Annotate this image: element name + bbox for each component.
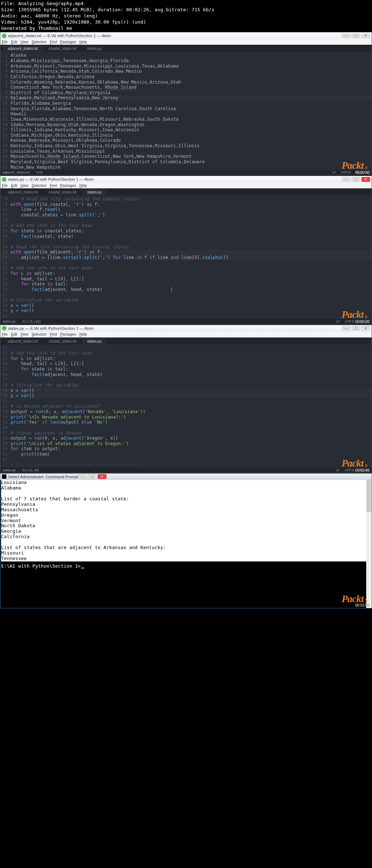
- minimize-button[interactable]: —: [342, 326, 351, 331]
- editor-line[interactable]: 12Hawaii: [0, 111, 372, 117]
- titlebar[interactable]: states.py — E:\AI with Python\Section 1 …: [0, 325, 372, 332]
- menu-find[interactable]: Find: [50, 184, 57, 188]
- editor-line[interactable]: 1Alaska: [0, 53, 372, 58]
- editor-line[interactable]: 28# Initialize the variables: [0, 297, 372, 303]
- editor-line[interactable]: 22# Add the info to the fact base: [0, 265, 372, 271]
- tab-coastal-states-txt[interactable]: coastal_states.txt: [43, 45, 82, 52]
- editor-line[interactable]: 16Indiana,Michigan,Ohio,Kentucky,Illinoi…: [0, 133, 372, 138]
- editor-line[interactable]: 40for item in output:: [0, 446, 372, 452]
- editor-line[interactable]: 14# Add the info to the fact base: [0, 223, 372, 228]
- titlebar[interactable]: states.py — E:\AI with Python\Section 1 …: [0, 176, 372, 183]
- editor-line[interactable]: 12 coastal_states = line.split(','): [0, 212, 372, 218]
- editor-line[interactable]: 2Alabama,Mississippi,Tennessee,Georgia,F…: [0, 58, 372, 64]
- tab-adjacent-states-txt[interactable]: adjacent_states.txt: [3, 45, 43, 52]
- menu-find[interactable]: Find: [50, 40, 57, 44]
- editor-line[interactable]: 23for L in adjlist:: [0, 271, 372, 276]
- close-button[interactable]: ✕: [361, 177, 370, 182]
- editor-line[interactable]: 33output = run(0, x, adjacent('Nevada', …: [0, 409, 372, 415]
- close-button[interactable]: ✕: [98, 474, 106, 479]
- editor-line[interactable]: 16 fact(coastal, state): [0, 234, 372, 239]
- menu-view[interactable]: View: [20, 184, 28, 188]
- menu-file[interactable]: File: [2, 40, 8, 44]
- editor-line[interactable]: 37# States adjacent to Oregon: [0, 431, 372, 436]
- menu-help[interactable]: Help: [79, 184, 87, 188]
- tab-coastal-states-txt[interactable]: coastal_states.txt: [43, 189, 82, 195]
- menu-edit[interactable]: Edit: [11, 332, 17, 336]
- editor-line[interactable]: 38output = run(0, x, adjacent('Oregon', …: [0, 436, 372, 441]
- editor-line[interactable]: 20 adjlist = [line.strip().split(',') fo…: [0, 255, 372, 260]
- editor-line[interactable]: 27: [0, 292, 372, 297]
- maximize-button[interactable]: ▢: [352, 33, 360, 38]
- minimize-button[interactable]: —: [342, 177, 351, 182]
- editor-line[interactable]: 21: [0, 260, 372, 266]
- editor-line[interactable]: 11Georgia,Florida,Alabama,Tennessee,Nort…: [0, 106, 372, 112]
- menu-packages[interactable]: Packages: [60, 184, 76, 188]
- menu-packages[interactable]: Packages: [60, 332, 76, 336]
- scrollbar[interactable]: [366, 480, 372, 608]
- editor-line[interactable]: 36: [0, 425, 372, 431]
- menu-selection[interactable]: Selection: [32, 40, 46, 44]
- editor-line[interactable]: 21Maryland,Virginia,West Virginia,Pennsy…: [0, 159, 372, 165]
- editor-line[interactable]: 10with open(file_coastal, 'r') as f:: [0, 202, 372, 207]
- menu-view[interactable]: View: [20, 40, 28, 44]
- editor-line[interactable]: 29x = var(): [0, 388, 372, 393]
- editor-line[interactable]: 22# Add the info to the fact base: [0, 351, 372, 356]
- close-button[interactable]: ✕: [361, 33, 370, 38]
- editor-line[interactable]: 31: [0, 399, 372, 404]
- editor-line[interactable]: 24 head, tail = L[0], L[1:]: [0, 361, 372, 367]
- tab-adjacent-states-txt[interactable]: adjacent_states.txt: [3, 338, 43, 344]
- editor-line[interactable]: 13: [0, 218, 372, 223]
- editor-line[interactable]: 18Kentucky,Indiana,Ohio,West Virginia,Vi…: [0, 143, 372, 149]
- maximize-button[interactable]: ▢: [352, 177, 360, 182]
- editor-line[interactable]: 28# Initialize the variables: [0, 383, 372, 388]
- editor-line[interactable]: 5California,Oregon,Nevada,Arizona: [0, 74, 372, 80]
- tab-adjacent-states-txt[interactable]: adjacent_states.txt: [3, 189, 43, 195]
- menu-selection[interactable]: Selection: [32, 332, 46, 336]
- editor-line[interactable]: 31: [0, 313, 372, 319]
- menu-file[interactable]: File: [2, 332, 8, 336]
- maximize-button[interactable]: ▢: [352, 326, 360, 331]
- editor-line[interactable]: 41 print(item): [0, 452, 372, 457]
- editor-line[interactable]: 3Arkansas,Missouri,Tennessee,Mississippi…: [0, 64, 372, 69]
- editor-line[interactable]: 32# Is Nevada adjacent to Louisiana?: [0, 404, 372, 409]
- editor-line[interactable]: 34print('\nIs Nevada adjacent to Louisia…: [0, 415, 372, 420]
- editor-line[interactable]: 25 for state in tail:: [0, 367, 372, 372]
- tab-coastal-states-txt[interactable]: coastal_states.txt: [43, 338, 82, 344]
- editor-line[interactable]: 18# Read the file containing the coastal…: [0, 244, 372, 250]
- editor-line[interactable]: 19Louisiana,Texas,Arkansas,Mississippi: [0, 149, 372, 154]
- menu-file[interactable]: File: [2, 184, 8, 188]
- editor-area[interactable]: 9 # Read the file containing the coastal…: [0, 195, 372, 319]
- editor-line[interactable]: 17: [0, 239, 372, 244]
- editor-line[interactable]: 29x = var(): [0, 303, 372, 308]
- editor-line[interactable]: 15for state in coastal_states:: [0, 228, 372, 234]
- editor-line[interactable]: 13Iowa,Minnesota,Wisconsin,Illinois,Miss…: [0, 117, 372, 122]
- titlebar[interactable]: adjacent_states.txt — E:\AI with Python\…: [0, 32, 372, 39]
- minimize-button[interactable]: —: [342, 33, 351, 38]
- editor-line[interactable]: 21: [0, 345, 372, 351]
- close-button[interactable]: ✕: [361, 326, 370, 331]
- editor-line[interactable]: 17Kansas,Nebraska,Missouri,Oklahoma,Colo…: [0, 138, 372, 143]
- editor-line[interactable]: 30y = var(): [0, 393, 372, 399]
- editor-line[interactable]: 15Illinois,Indiana,Kentucky,Missouri,Iow…: [0, 127, 372, 133]
- scrollbar-thumb[interactable]: [367, 480, 371, 512]
- menu-help[interactable]: Help: [79, 40, 87, 44]
- maximize-button[interactable]: ▢: [88, 474, 97, 479]
- editor-line[interactable]: 42: [0, 457, 372, 463]
- editor-line[interactable]: 19with open(file_adjacent, 'r') as f:: [0, 249, 372, 255]
- editor-line[interactable]: 24 head, tail = L[0], L[1:]: [0, 276, 372, 282]
- editor-line[interactable]: 26 fact(adjacent, head, state): [0, 372, 372, 377]
- menu-find[interactable]: Find: [50, 332, 57, 336]
- cmd-titlebar[interactable]: Select Administrator: Command Prompt — ▢…: [0, 473, 372, 480]
- editor-line[interactable]: 30y = var(): [0, 308, 372, 313]
- editor-line[interactable]: 27: [0, 377, 372, 383]
- editor-line[interactable]: 39print('\nList of states adjacent to Or…: [0, 441, 372, 447]
- tab-states-py[interactable]: states.py: [82, 338, 107, 344]
- editor-line[interactable]: 11 line = f.read(): [0, 207, 372, 212]
- minimize-button[interactable]: —: [78, 474, 87, 479]
- editor-line[interactable]: 8District of Columbia,Maryland,Virginia: [0, 90, 372, 96]
- editor-area[interactable]: 1Alaska2Alabama,Mississippi,Tennessee,Ge…: [0, 52, 372, 170]
- editor-line[interactable]: 25 for state in tail:: [0, 281, 372, 287]
- cmd-body[interactable]: LouisianaAlabama List of 7 states that b…: [0, 480, 372, 608]
- menu-edit[interactable]: Edit: [11, 40, 17, 44]
- editor-line[interactable]: 43# States adjacent to Mississippi that …: [0, 462, 372, 468]
